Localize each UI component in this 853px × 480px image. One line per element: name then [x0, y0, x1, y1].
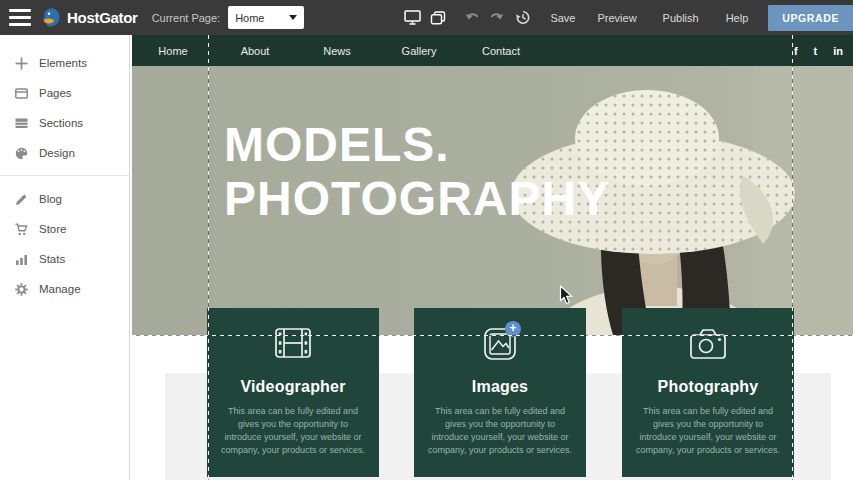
- card-body: This area can be fully edited and gives …: [207, 405, 379, 457]
- card-title: Images: [414, 378, 586, 396]
- sidebar-item-store[interactable]: Store: [0, 214, 129, 244]
- camera-icon: [622, 328, 794, 366]
- chevron-down-icon: [289, 15, 297, 20]
- feature-card-photography[interactable]: Photography This area can be fully edite…: [622, 308, 794, 477]
- preview-button[interactable]: Preview: [597, 12, 636, 24]
- site-nav-news[interactable]: News: [296, 45, 378, 57]
- sidebar-item-label: Stats: [39, 253, 65, 265]
- pages-icon: [14, 86, 28, 100]
- upgrade-button[interactable]: UPGRADE: [768, 5, 853, 31]
- site-navbar[interactable]: Home About News Gallery Contact f t in: [132, 35, 853, 66]
- pencil-icon: [14, 192, 28, 206]
- plus-icon: [14, 56, 28, 70]
- card-title: Videographer: [207, 378, 379, 396]
- hamburger-menu-icon[interactable]: [9, 9, 31, 26]
- editor-topbar: HostGator Current Page: Home Save Previe…: [0, 0, 853, 35]
- gator-mascot-icon: [41, 7, 62, 28]
- card-body: This area can be fully edited and gives …: [622, 405, 794, 457]
- sidebar-item-label: Pages: [39, 87, 72, 99]
- cart-icon: [14, 222, 28, 236]
- site-preview-canvas[interactable]: Home About News Gallery Contact f t in: [130, 35, 853, 480]
- card-body: This area can be fully edited and gives …: [414, 405, 586, 457]
- sidebar-item-label: Design: [39, 147, 75, 159]
- sections-icon: [14, 116, 28, 130]
- sidebar-item-label: Elements: [39, 57, 87, 69]
- save-button[interactable]: Save: [550, 12, 575, 24]
- add-image-badge[interactable]: +: [505, 321, 521, 337]
- help-button[interactable]: Help: [726, 12, 749, 24]
- hostgator-logo: HostGator: [41, 7, 138, 28]
- site-nav-contact[interactable]: Contact: [460, 45, 542, 57]
- card-title: Photography: [622, 378, 794, 396]
- sidebar-item-manage[interactable]: Manage: [0, 274, 129, 304]
- hero-heading[interactable]: MODELS. PHOTOGRAPHY: [224, 118, 610, 226]
- history-icon[interactable]: [515, 10, 531, 25]
- sidebar-item-design[interactable]: Design: [0, 138, 129, 168]
- desktop-view-icon[interactable]: [404, 10, 421, 25]
- sidebar-item-label: Store: [39, 223, 67, 235]
- editor-sidebar: Elements Pages Sections Design Blog: [0, 35, 130, 480]
- sidebar-item-elements[interactable]: Elements: [0, 48, 129, 78]
- film-icon: [207, 328, 379, 366]
- twitter-icon[interactable]: t: [814, 45, 818, 57]
- palette-icon: [14, 146, 28, 160]
- facebook-icon[interactable]: f: [794, 45, 798, 57]
- hero-line1: MODELS.: [224, 118, 610, 172]
- site-nav-home[interactable]: Home: [132, 45, 214, 57]
- brand-name: HostGator: [67, 9, 138, 26]
- sidebar-item-label: Sections: [39, 117, 83, 129]
- feature-card-videographer[interactable]: Videographer This area can be fully edit…: [207, 308, 379, 477]
- page-dropdown-value: Home: [235, 12, 264, 24]
- sidebar-item-blog[interactable]: Blog: [0, 184, 129, 214]
- page-dropdown[interactable]: Home: [228, 6, 304, 29]
- feature-card-images[interactable]: + Images This area can be fully edited a…: [414, 308, 586, 477]
- sidebar-item-pages[interactable]: Pages: [0, 78, 129, 108]
- sidebar-divider: [0, 175, 129, 176]
- sidebar-item-stats[interactable]: Stats: [0, 244, 129, 274]
- hero-section[interactable]: MODELS. PHOTOGRAPHY: [132, 66, 853, 335]
- publish-button[interactable]: Publish: [663, 12, 699, 24]
- mobile-view-icon[interactable]: [430, 11, 446, 25]
- hero-line2: PHOTOGRAPHY: [224, 172, 610, 226]
- stats-icon: [14, 252, 28, 266]
- site-nav-about[interactable]: About: [214, 45, 296, 57]
- current-page-label: Current Page:: [152, 12, 220, 24]
- gear-icon: [14, 282, 28, 296]
- linkedin-icon[interactable]: in: [833, 45, 843, 57]
- site-nav-gallery[interactable]: Gallery: [378, 45, 460, 57]
- redo-icon[interactable]: [489, 11, 504, 24]
- sidebar-item-label: Manage: [39, 283, 81, 295]
- sidebar-item-sections[interactable]: Sections: [0, 108, 129, 138]
- sidebar-item-label: Blog: [39, 193, 62, 205]
- image-plus-icon: +: [414, 328, 586, 366]
- undo-icon[interactable]: [465, 11, 480, 24]
